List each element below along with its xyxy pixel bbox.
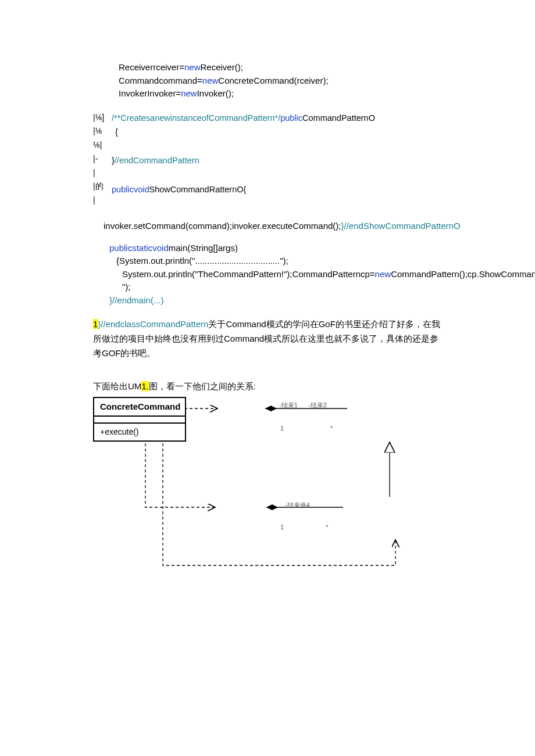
- keyword-new: new: [184, 62, 201, 72]
- code-text: InvokerInvoker=: [119, 88, 181, 98]
- class-name: ConcreteCommand: [94, 398, 185, 417]
- code-line: Commandcommand=newConcreteCommand(rceive…: [119, 74, 442, 88]
- code-text: Invoker();: [197, 88, 234, 98]
- assoc-label: -结束1: [279, 400, 298, 410]
- code-text: Receiver();: [201, 62, 243, 72]
- assoc-label: -结束值4: [285, 500, 310, 510]
- class-attrs: [94, 417, 185, 424]
- margin-markers: |⅛] |⅛ ⅛| |- | |的 |: [93, 111, 112, 208]
- multiplicity: *: [330, 424, 333, 433]
- body-text: 图，看一下他们之间的关系:: [149, 381, 256, 391]
- margin-marker: |-: [93, 152, 112, 166]
- keyword-new: new: [375, 269, 391, 279]
- margin-marker: ⅛|: [93, 138, 112, 152]
- comment: }//endShowCommandPatternO: [341, 221, 461, 231]
- highlight-text: 1.: [141, 381, 149, 391]
- keyword-new: new: [181, 88, 197, 98]
- multiplicity: 1: [280, 522, 284, 532]
- keyword-public: public: [280, 113, 302, 123]
- margin-marker: |: [93, 194, 112, 207]
- code-line: InvokerInvoker=newInvoker();: [119, 87, 442, 101]
- code-line: Receiverrceiver=newReceiver();: [119, 61, 442, 74]
- code-column: /**CreatesanewinstanceofCommandPattern*/…: [112, 111, 375, 211]
- code-text: ShowCommandRatternO{: [149, 185, 247, 194]
- svg-marker-2: [265, 406, 277, 411]
- class-op: +execute(): [94, 424, 185, 440]
- keyword-publicvoid: publicvoid: [112, 185, 149, 194]
- paragraph: 1}//endclassCommandPattern关于Command模式的学问…: [93, 317, 442, 360]
- comment: }//endclassCommandPattern: [98, 319, 208, 329]
- code-text: invoker.setCommand(command);invoker.exec…: [104, 221, 341, 231]
- margin-marker: |⅛]: [93, 111, 112, 125]
- code-text: main(String[]args): [169, 243, 238, 253]
- margin-marker: |的: [93, 180, 112, 194]
- keyword-publicstaticvoid: publicstaticvoid: [109, 243, 169, 253]
- assoc-label: -结束2: [308, 400, 327, 410]
- class-box-concretecommand: ConcreteCommand +execute(): [93, 397, 186, 442]
- code-block: publicstaticvoidmain(String[]args) {Syst…: [109, 242, 442, 307]
- margin-marker: |⅛: [93, 124, 112, 138]
- code-text: Commandcommand=: [119, 76, 202, 85]
- code-line: invoker.setCommand(command);invoker.exec…: [104, 219, 442, 234]
- code-text: CommandPatternO: [302, 113, 375, 123]
- multiplicity: *: [326, 522, 328, 532]
- svg-marker-5: [266, 504, 278, 510]
- code-text: ConcreteCommand(rceiver);: [218, 76, 328, 85]
- uml-intro: 下面给出UM1.图，看一下他们之间的关系:: [93, 380, 442, 393]
- code-text: {System.out.println("...................…: [116, 256, 288, 266]
- code-block: |⅛] |⅛ ⅛| |- | |的 | /**Createsanewinstan…: [93, 111, 442, 211]
- code-text: System.out.println("TheCommandPattern!")…: [122, 269, 375, 279]
- code-text: {: [112, 125, 375, 139]
- margin-marker: |: [93, 166, 112, 180]
- comment: /**CreatesanewinstanceofCommandPattern*/: [112, 113, 280, 123]
- body-text: 下面给出UM: [93, 381, 141, 391]
- comment: //endCommandPattern: [115, 156, 199, 165]
- uml-diagram: CommandPattern Invoker Command +execute(…: [93, 397, 442, 583]
- keyword-new: new: [202, 76, 219, 85]
- comment: }//endmain(...): [109, 294, 442, 307]
- multiplicity: 1: [280, 424, 284, 433]
- code-text: Receiverrceiver=: [119, 62, 184, 72]
